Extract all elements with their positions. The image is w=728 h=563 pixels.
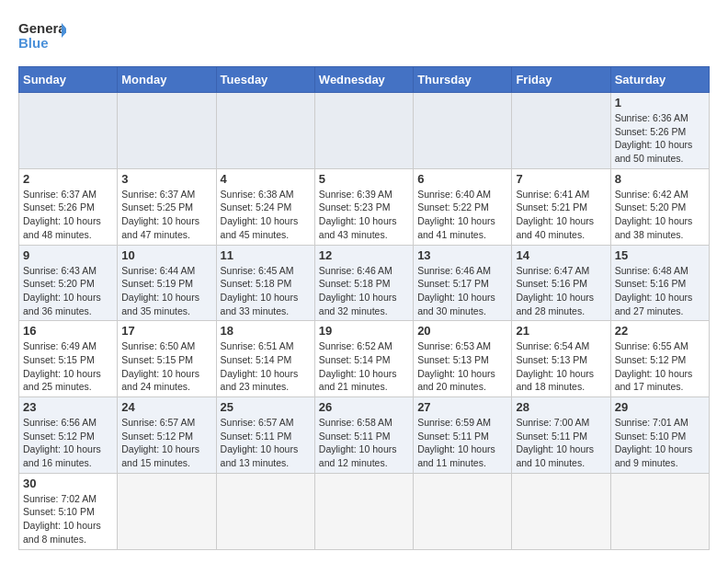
calendar-day-cell: 18Sunrise: 6:51 AM Sunset: 5:14 PM Dayli… (216, 321, 314, 397)
calendar-day-cell: 19Sunrise: 6:52 AM Sunset: 5:14 PM Dayli… (314, 321, 413, 397)
day-info: Sunrise: 6:58 AM Sunset: 5:11 PM Dayligh… (319, 416, 409, 470)
day-number: 13 (417, 248, 507, 262)
day-info: Sunrise: 6:55 AM Sunset: 5:12 PM Dayligh… (615, 339, 705, 394)
day-info: Sunrise: 7:01 AM Sunset: 5:10 PM Dayligh… (615, 416, 705, 470)
calendar-day-cell: 24Sunrise: 6:57 AM Sunset: 5:12 PM Dayli… (118, 397, 216, 474)
calendar-day-cell: 7Sunrise: 6:41 AM Sunset: 5:21 PM Daylig… (512, 168, 610, 245)
calendar-day-cell (414, 93, 512, 169)
calendar-header-sunday: Sunday (19, 67, 118, 93)
calendar-day-cell: 14Sunrise: 6:47 AM Sunset: 5:16 PM Dayli… (512, 245, 610, 321)
day-number: 27 (417, 400, 507, 414)
day-number: 7 (516, 172, 606, 186)
day-number: 1 (615, 96, 705, 109)
calendar-week-row: 2Sunrise: 6:37 AM Sunset: 5:26 PM Daylig… (19, 168, 710, 245)
calendar-day-cell: 9Sunrise: 6:43 AM Sunset: 5:20 PM Daylig… (19, 245, 118, 321)
calendar-day-cell (314, 473, 413, 549)
day-number: 24 (121, 400, 211, 414)
calendar-day-cell: 5Sunrise: 6:39 AM Sunset: 5:23 PM Daylig… (314, 168, 413, 245)
logo-svg: General Blue (18, 18, 66, 57)
calendar-day-cell: 26Sunrise: 6:58 AM Sunset: 5:11 PM Dayli… (314, 397, 413, 474)
calendar-day-cell: 6Sunrise: 6:40 AM Sunset: 5:22 PM Daylig… (414, 168, 512, 245)
day-number: 11 (221, 248, 311, 262)
day-number: 16 (23, 324, 113, 338)
calendar-day-cell: 12Sunrise: 6:46 AM Sunset: 5:18 PM Dayli… (314, 245, 413, 321)
calendar-day-cell: 17Sunrise: 6:50 AM Sunset: 5:15 PM Dayli… (118, 321, 216, 397)
calendar-day-cell: 28Sunrise: 7:00 AM Sunset: 5:11 PM Dayli… (512, 397, 610, 474)
day-info: Sunrise: 6:49 AM Sunset: 5:15 PM Dayligh… (23, 339, 113, 394)
day-info: Sunrise: 6:38 AM Sunset: 5:24 PM Dayligh… (221, 188, 311, 242)
logo: General Blue (18, 18, 66, 57)
calendar-day-cell (314, 93, 413, 169)
calendar-week-row: 16Sunrise: 6:49 AM Sunset: 5:15 PM Dayli… (19, 321, 710, 397)
day-number: 9 (23, 248, 113, 262)
calendar-day-cell: 27Sunrise: 6:59 AM Sunset: 5:11 PM Dayli… (414, 397, 512, 474)
calendar-day-cell (610, 473, 709, 549)
day-info: Sunrise: 6:57 AM Sunset: 5:12 PM Dayligh… (121, 416, 211, 470)
day-number: 18 (221, 324, 311, 338)
day-info: Sunrise: 6:46 AM Sunset: 5:18 PM Dayligh… (319, 264, 409, 318)
calendar-day-cell: 21Sunrise: 6:54 AM Sunset: 5:13 PM Dayli… (512, 321, 610, 397)
day-number: 3 (121, 172, 211, 186)
calendar-day-cell (216, 473, 314, 549)
calendar-day-cell: 10Sunrise: 6:44 AM Sunset: 5:19 PM Dayli… (118, 245, 216, 321)
calendar-day-cell (414, 473, 512, 549)
day-number: 22 (615, 324, 705, 338)
calendar-day-cell: 1Sunrise: 6:36 AM Sunset: 5:26 PM Daylig… (610, 93, 709, 169)
calendar-header-friday: Friday (512, 67, 610, 93)
day-info: Sunrise: 6:46 AM Sunset: 5:17 PM Dayligh… (417, 264, 507, 318)
calendar-day-cell (216, 93, 314, 169)
calendar-header-saturday: Saturday (610, 67, 709, 93)
calendar-day-cell: 29Sunrise: 7:01 AM Sunset: 5:10 PM Dayli… (610, 397, 709, 474)
calendar-day-cell: 23Sunrise: 6:56 AM Sunset: 5:12 PM Dayli… (19, 397, 118, 474)
calendar-day-cell: 25Sunrise: 6:57 AM Sunset: 5:11 PM Dayli… (216, 397, 314, 474)
day-number: 17 (121, 324, 211, 338)
calendar-header-row: SundayMondayTuesdayWednesdayThursdayFrid… (19, 67, 710, 93)
day-info: Sunrise: 6:51 AM Sunset: 5:14 PM Dayligh… (221, 339, 311, 394)
calendar-day-cell: 13Sunrise: 6:46 AM Sunset: 5:17 PM Dayli… (414, 245, 512, 321)
day-info: Sunrise: 6:45 AM Sunset: 5:18 PM Dayligh… (221, 264, 311, 318)
day-number: 19 (319, 324, 409, 338)
calendar-week-row: 30Sunrise: 7:02 AM Sunset: 5:10 PM Dayli… (19, 473, 710, 549)
calendar-day-cell: 22Sunrise: 6:55 AM Sunset: 5:12 PM Dayli… (610, 321, 709, 397)
day-number: 15 (615, 248, 705, 262)
page-header: General Blue (18, 18, 710, 57)
day-info: Sunrise: 6:50 AM Sunset: 5:15 PM Dayligh… (121, 339, 211, 394)
day-info: Sunrise: 7:02 AM Sunset: 5:10 PM Dayligh… (23, 492, 113, 546)
day-number: 8 (615, 172, 705, 186)
day-info: Sunrise: 6:57 AM Sunset: 5:11 PM Dayligh… (221, 416, 311, 470)
day-number: 14 (516, 248, 606, 262)
calendar-day-cell: 30Sunrise: 7:02 AM Sunset: 5:10 PM Dayli… (19, 473, 118, 549)
day-number: 10 (121, 248, 211, 262)
calendar-week-row: 9Sunrise: 6:43 AM Sunset: 5:20 PM Daylig… (19, 245, 710, 321)
calendar-day-cell (118, 93, 216, 169)
day-number: 23 (23, 400, 113, 414)
calendar-week-row: 1Sunrise: 6:36 AM Sunset: 5:26 PM Daylig… (19, 93, 710, 169)
day-info: Sunrise: 6:48 AM Sunset: 5:16 PM Dayligh… (615, 264, 705, 318)
day-number: 2 (23, 172, 113, 186)
day-info: Sunrise: 6:52 AM Sunset: 5:14 PM Dayligh… (319, 339, 409, 394)
calendar-header-wednesday: Wednesday (314, 67, 413, 93)
calendar-day-cell: 16Sunrise: 6:49 AM Sunset: 5:15 PM Dayli… (19, 321, 118, 397)
day-info: Sunrise: 7:00 AM Sunset: 5:11 PM Dayligh… (516, 416, 606, 470)
day-number: 20 (417, 324, 507, 338)
calendar-table: SundayMondayTuesdayWednesdayThursdayFrid… (18, 66, 710, 550)
day-number: 12 (319, 248, 409, 262)
day-number: 25 (221, 400, 311, 414)
day-info: Sunrise: 6:43 AM Sunset: 5:20 PM Dayligh… (23, 264, 113, 318)
day-info: Sunrise: 6:40 AM Sunset: 5:22 PM Dayligh… (417, 188, 507, 242)
calendar-day-cell (512, 473, 610, 549)
day-number: 6 (417, 172, 507, 186)
day-info: Sunrise: 6:59 AM Sunset: 5:11 PM Dayligh… (417, 416, 507, 470)
calendar-day-cell: 11Sunrise: 6:45 AM Sunset: 5:18 PM Dayli… (216, 245, 314, 321)
day-number: 29 (615, 400, 705, 414)
calendar-header-thursday: Thursday (414, 67, 512, 93)
calendar-day-cell: 3Sunrise: 6:37 AM Sunset: 5:25 PM Daylig… (118, 168, 216, 245)
calendar-day-cell (512, 93, 610, 169)
calendar-day-cell: 15Sunrise: 6:48 AM Sunset: 5:16 PM Dayli… (610, 245, 709, 321)
day-info: Sunrise: 6:36 AM Sunset: 5:26 PM Dayligh… (615, 111, 705, 166)
day-info: Sunrise: 6:41 AM Sunset: 5:21 PM Dayligh… (516, 188, 606, 242)
day-info: Sunrise: 6:37 AM Sunset: 5:25 PM Dayligh… (121, 188, 211, 242)
day-number: 30 (23, 477, 113, 490)
day-info: Sunrise: 6:42 AM Sunset: 5:20 PM Dayligh… (615, 188, 705, 242)
day-info: Sunrise: 6:37 AM Sunset: 5:26 PM Dayligh… (23, 188, 113, 242)
